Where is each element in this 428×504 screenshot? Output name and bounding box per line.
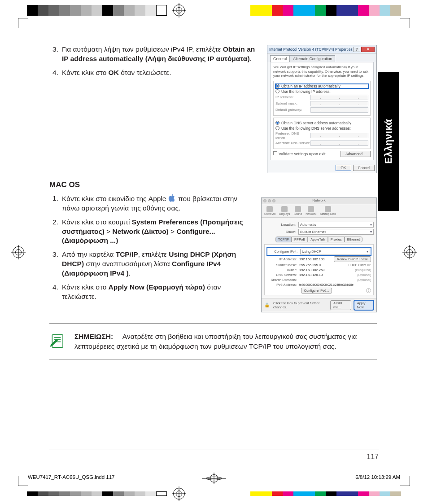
note-box: ΣΗΜΕΙΩΣΗ: Ανατρέξτε στη βοήθεια και υποσ… [49, 323, 377, 359]
show-select: Built-in Ethernet▾ [298, 229, 374, 235]
list-item: 4. Κάντε κλικ στο Apply Now (Εφαρμογή τώ… [49, 283, 249, 302]
dialog-title: Network [262, 198, 376, 202]
tab-general: General [270, 55, 290, 62]
registration-target-icon [404, 246, 415, 258]
macos-network-dialog-screenshot: Network Show All Displays Sound Network … [261, 197, 377, 312]
list-item: 1. Κάντε κλικ στο εικονίδιο της Apple πο… [49, 194, 249, 213]
configure-ipv6-button: Configure IPv6... [301, 288, 332, 294]
validate-checkbox: Validate settings upon exit [273, 151, 325, 156]
renew-lease-button: Renew DHCP Lease [334, 256, 371, 262]
registration-target-icon [173, 4, 185, 16]
registration-target-icon [210, 474, 218, 482]
note-icon [49, 333, 66, 350]
registration-target-icon [13, 246, 24, 258]
option-static-dns: Use the following DNS server addresses: [275, 126, 368, 131]
advanced-button: Advanced... [341, 151, 371, 157]
windows-steps: 3. Για αυτόματη λήψη των ρυθμίσεων iPv4 … [49, 45, 255, 78]
dialog-description: You can get IP settings assigned automat… [273, 65, 371, 78]
crop-mark [400, 18, 410, 28]
list-item: 3. Από την καρτέλα TCP/IP, επιλέξτε Usin… [49, 250, 249, 278]
print-registration-bottom [0, 488, 428, 500]
crop-mark [18, 18, 28, 28]
lock-icon: 🔒 [264, 302, 270, 307]
option-auto-dns: Obtain DNS server address automatically [275, 121, 368, 125]
slug-datetime: 6/8/12 10:13:29 AM [355, 474, 400, 480]
language-tab: Ελληνικά [378, 72, 399, 211]
slug-file: WEU7417_RT-AC66U_QSG.indd 117 [28, 474, 114, 480]
print-registration-top [0, 4, 428, 16]
assist-button: Assist me... [330, 300, 351, 310]
toolbar-startup-disk: Startup Disk [320, 206, 336, 215]
apply-now-button: Apply Now [354, 300, 374, 310]
macos-heading: MAC OS [49, 180, 377, 189]
page-number: 117 [367, 453, 379, 461]
close-icon: ✕ [361, 47, 375, 52]
footer-rule [49, 450, 379, 450]
note-label: ΣΗΜΕΙΩΣΗ: [74, 333, 113, 340]
cancel-button: Cancel [353, 165, 375, 171]
page-content: 3. Για αυτόματη λήψη των ρυθμίσεων iPv4 … [49, 45, 377, 459]
language-tab-label: Ελληνικά [383, 119, 394, 164]
macos-steps: 1. Κάντε κλικ στο εικονίδιο της Apple πο… [49, 194, 249, 302]
apple-logo-icon [168, 194, 176, 202]
toolbar-network: Network [306, 206, 316, 215]
location-select: Automatic▾ [298, 222, 374, 228]
dialog-title: Internet Protocol Version 4 (TCP/IPv4) P… [269, 47, 353, 52]
list-item: 2. Κάντε κλικ στο κουμπί System Preferen… [49, 218, 249, 246]
svg-rect-0 [52, 335, 63, 348]
ok-button: OK [336, 165, 351, 171]
help-icon: ? [366, 288, 371, 293]
list-item: 4. Κάντε κλικ στο OK όταν τελειώσετε. [49, 68, 255, 78]
help-icon: ? [353, 47, 360, 52]
mac-tabs: TCP/IP PPPoE AppleTalk Proxies Ethernet [264, 237, 374, 242]
toolbar-sound: Sound [294, 206, 302, 215]
configure-ipv4-row: Configure IPv4: Using DHCP▾ [267, 248, 371, 255]
crop-mark [400, 476, 410, 486]
print-slug: WEU7417_RT-AC66U_QSG.indd 117 6/8/12 10:… [28, 474, 400, 480]
tab-alternate: Alternate Configuration [290, 55, 335, 62]
option-auto-ip: Obtain an IP address automatically [275, 84, 368, 88]
option-static-ip: Use the following IP address: [275, 89, 368, 94]
list-item: 3. Για αυτόματη λήψη των ρυθμίσεων iPv4 … [49, 45, 255, 64]
crop-mark [18, 476, 28, 486]
windows-ipv4-dialog-screenshot: Internet Protocol Version 4 (TCP/IPv4) P… [267, 45, 377, 173]
toolbar-displays: Displays [279, 206, 290, 215]
toolbar-show-all: Show All [264, 206, 275, 215]
registration-target-icon [173, 488, 185, 500]
